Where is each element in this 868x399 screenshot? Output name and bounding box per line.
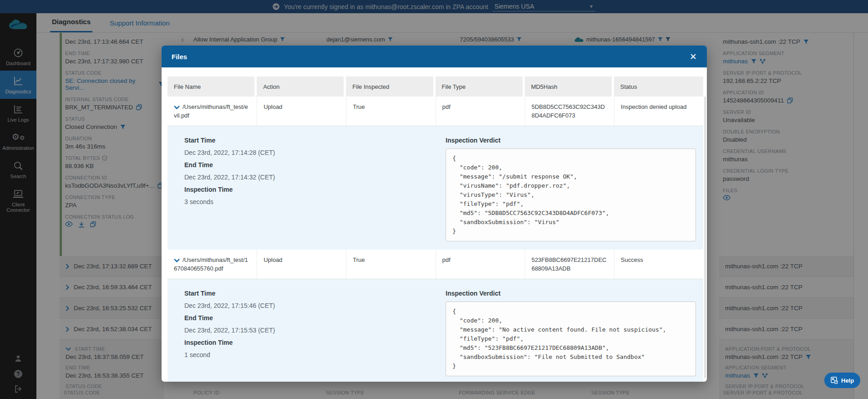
start-time-value: Dec 23rd, 2022, 17:15:46 (CET) bbox=[184, 300, 446, 312]
start-time-value: Dec 23rd, 2022, 17:14:28 (CET) bbox=[184, 147, 446, 159]
end-time-value: Dec 23rd, 2022, 17:15:53 (CET) bbox=[184, 324, 446, 337]
file-type-cell: pdf bbox=[436, 250, 525, 279]
file-detail-section: Start Time Dec 23rd, 2022, 17:14:28 (CET… bbox=[168, 126, 703, 250]
modal-scrollbar[interactable] bbox=[705, 97, 706, 378]
files-table-header: File Name Action File Inspected File Typ… bbox=[168, 77, 703, 97]
status-cell: Inspection denied upload bbox=[614, 97, 703, 126]
inspection-verdict-label: Inspection Verdict bbox=[446, 134, 696, 147]
col-file-name: File Name bbox=[168, 77, 257, 97]
help-window-icon: ? bbox=[831, 377, 838, 384]
inspection-verdict-json: { "code": 200, "message": "/submit respo… bbox=[446, 148, 696, 241]
chevron-down-icon[interactable] bbox=[174, 258, 180, 262]
file-inspected-cell: True bbox=[346, 97, 435, 126]
files-table: File Name Action File Inspected File Typ… bbox=[168, 77, 703, 382]
col-md5hash: MD5Hash bbox=[525, 77, 614, 97]
col-file-type: File Type bbox=[436, 77, 525, 97]
status-cell: Success bbox=[614, 250, 703, 279]
file-name-cell: /Users/mithunas/ft_test/evil.pdf bbox=[168, 97, 257, 126]
screen: ➜ You're currently signed in as mithunas… bbox=[0, 0, 868, 399]
end-time-label: End Time bbox=[184, 312, 446, 324]
md5-cell: 5DB8D5CC7563C92C343D8D4ADFC6F073 bbox=[525, 97, 614, 126]
action-cell: Upload bbox=[257, 97, 346, 126]
action-cell: Upload bbox=[257, 250, 346, 279]
help-button[interactable]: ? Help bbox=[824, 373, 860, 388]
inspection-time-label: Inspection Time bbox=[184, 184, 446, 196]
file-inspected-cell: True bbox=[346, 250, 435, 279]
file-detail-section: Start Time Dec 23rd, 2022, 17:15:46 (CET… bbox=[168, 279, 703, 382]
inspection-verdict-label: Inspection Verdict bbox=[446, 287, 696, 300]
end-time-label: End Time bbox=[184, 159, 446, 171]
col-file-inspected: File Inspected bbox=[346, 77, 435, 97]
start-time-label: Start Time bbox=[184, 134, 446, 147]
help-label: Help bbox=[841, 377, 854, 384]
start-time-label: Start Time bbox=[184, 287, 446, 300]
inspection-verdict-json: { "code": 200, "message": "No active con… bbox=[446, 302, 696, 376]
modal-title: Files bbox=[172, 53, 187, 61]
md5-cell: 523FB8BC6697E21217DEC68809A13ADB bbox=[525, 250, 614, 279]
col-status: Status bbox=[614, 77, 703, 97]
files-modal: Files ✕ File Name Action File Inspected … bbox=[162, 46, 707, 382]
file-name-cell: /Users/mithunas/ft_test/1670840655760.pd… bbox=[168, 250, 257, 279]
end-time-value: Dec 23rd, 2022, 17:14:32 (CET) bbox=[184, 171, 446, 184]
file-type-cell: pdf bbox=[436, 97, 525, 126]
inspection-time-value: 3 seconds bbox=[184, 196, 446, 208]
file-row[interactable]: /Users/mithunas/ft_test/evil.pdf Upload … bbox=[168, 97, 703, 126]
files-modal-body: File Name Action File Inspected File Typ… bbox=[162, 67, 707, 382]
inspection-time-label: Inspection Time bbox=[184, 337, 446, 349]
files-modal-header: Files ✕ bbox=[162, 46, 707, 67]
chevron-down-icon[interactable] bbox=[174, 105, 180, 109]
file-row[interactable]: /Users/mithunas/ft_test/1670840655760.pd… bbox=[168, 250, 703, 279]
close-icon[interactable]: ✕ bbox=[690, 52, 697, 61]
col-action: Action bbox=[257, 77, 346, 97]
inspection-time-value: 1 second bbox=[184, 349, 446, 361]
